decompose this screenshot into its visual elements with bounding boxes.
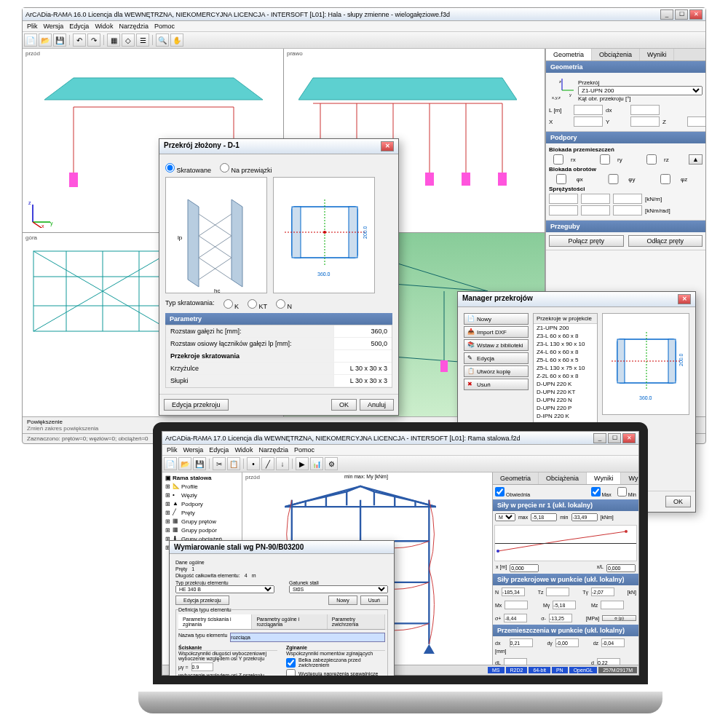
section-cancel-button[interactable]: Anuluj: [360, 399, 394, 411]
fg-max-button[interactable]: ☐: [608, 433, 621, 443]
force-select[interactable]: M: [495, 513, 515, 521]
mgr-ok-button[interactable]: OK: [665, 496, 691, 507]
tree-item[interactable]: ⊞•Węzły: [164, 491, 240, 499]
dx-input[interactable]: [630, 105, 660, 115]
nazwa-input[interactable]: [230, 633, 385, 642]
slupki-value[interactable]: L 30 x 30 x 3: [333, 375, 392, 387]
fg-tb-calc-icon[interactable]: ▶: [296, 457, 309, 470]
tree-item[interactable]: ⊞▦Grupy prętów: [164, 517, 240, 526]
ry-cb[interactable]: [596, 154, 614, 165]
steel-tab-zwich[interactable]: Parametry zwichrzenia: [328, 614, 385, 629]
fx-cb[interactable]: [549, 174, 574, 184]
Z-input[interactable]: [687, 116, 705, 127]
max-cb[interactable]: Max: [591, 487, 612, 497]
fg-menu-plik[interactable]: Plik: [167, 446, 178, 454]
tb-snap-icon[interactable]: ◇: [122, 33, 135, 47]
steel-tab-sciska[interactable]: Parametry ściskania i zginania: [178, 614, 252, 629]
tb-layers-icon[interactable]: ☰: [136, 33, 149, 47]
k1[interactable]: [549, 194, 578, 204]
maximize-button[interactable]: ☐: [675, 9, 688, 20]
mgr-lib-button[interactable]: 📚Wstaw z biblioteki: [464, 339, 529, 351]
fg-tb-report-icon[interactable]: 📊: [310, 457, 323, 470]
fg-tb-open-icon[interactable]: 📂: [178, 457, 191, 470]
krzyz-value[interactable]: L 30 x 30 x 3: [333, 363, 392, 374]
mgr-list-item[interactable]: Z3-L 130 x 90 x 10: [534, 340, 597, 348]
tree-item[interactable]: ⊞▦Grupy podpór: [164, 526, 240, 534]
tb-pan-icon[interactable]: ✋: [170, 33, 183, 47]
tree-item[interactable]: ⊞╱Pręty: [164, 508, 240, 517]
steel-usun-button[interactable]: Usuń: [360, 596, 388, 605]
typ-K[interactable]: K: [223, 299, 240, 310]
tab-obciazenia[interactable]: Obciążenia: [592, 49, 640, 60]
fg-menu-narzedzia[interactable]: Narzędzia: [258, 446, 288, 454]
tb-new-icon[interactable]: 📄: [24, 33, 37, 47]
X-input[interactable]: [574, 116, 603, 127]
mgr-list-item[interactable]: Z5-L 130 x 75 x 10: [534, 364, 597, 372]
close-button[interactable]: ✕: [689, 9, 703, 20]
menu-wersja[interactable]: Wersja: [44, 23, 64, 30]
k5[interactable]: [581, 205, 610, 215]
fg-tb-settings-icon[interactable]: ⚙: [325, 457, 338, 470]
opt-skratowane[interactable]: Skratowane: [165, 163, 211, 174]
menu-narzedzia[interactable]: Narzędzia: [119, 23, 149, 30]
tb-grid-icon[interactable]: ▦: [107, 33, 120, 47]
przekroj-select[interactable]: Z1-UPN 200: [578, 86, 703, 95]
L-input[interactable]: [574, 105, 603, 115]
fg-menu-pomoc[interactable]: Pomoc: [294, 446, 314, 454]
tab-geometria[interactable]: Geometria: [546, 49, 592, 60]
menu-edycja[interactable]: Edycja: [69, 23, 89, 30]
menu-pomoc[interactable]: Pomoc: [154, 23, 175, 30]
steel-nowy-button[interactable]: Nowy: [328, 596, 357, 605]
tb-zoom-icon[interactable]: 🔍: [156, 33, 169, 47]
mgr-list-item[interactable]: D-UPN 220 K: [534, 380, 597, 388]
fg-tb-copy-icon[interactable]: 📋: [227, 457, 240, 470]
steel-edit-button[interactable]: Edycja przekroju: [175, 596, 229, 605]
fg-tb-new-icon[interactable]: 📄: [164, 457, 177, 470]
fg-min-button[interactable]: _: [593, 433, 606, 443]
fy-cb[interactable]: [601, 174, 626, 184]
rz-cb[interactable]: [642, 154, 661, 165]
section-ok-button[interactable]: OK: [331, 399, 357, 411]
mu-z-input[interactable]: [191, 679, 213, 684]
fg-tb-load-icon[interactable]: ↓: [276, 457, 289, 470]
mgr-delete-button[interactable]: Usuń: [464, 379, 529, 390]
tb-save-icon[interactable]: 💾: [53, 33, 66, 47]
mgr-list-item[interactable]: Z3-L 60 x 60 x 8: [534, 332, 597, 340]
mgr-list-item[interactable]: D-UPN 220 N: [534, 396, 597, 404]
mgr-import-button[interactable]: Import DXF: [464, 326, 529, 338]
Y-input[interactable]: [630, 116, 660, 127]
tree-item[interactable]: ⊞📐Profile: [164, 482, 240, 491]
mgr-list-item[interactable]: Z5-L 60 x 60 x 5: [534, 356, 597, 364]
hc-value[interactable]: 360,0: [333, 325, 392, 337]
min-input[interactable]: [571, 513, 598, 521]
typ-KT[interactable]: KT: [248, 299, 267, 310]
mgr-nowy-button[interactable]: Nowy: [464, 313, 529, 325]
k4[interactable]: [549, 205, 578, 215]
xL-input[interactable]: [606, 564, 636, 572]
fg-menu-edycja[interactable]: Edycja: [209, 446, 229, 454]
edit-section-button[interactable]: Edycja przekroju: [164, 399, 229, 411]
fg-tb-node-icon[interactable]: •: [247, 457, 260, 470]
tb-undo-icon[interactable]: ↶: [73, 33, 86, 47]
mgr-list-item[interactable]: Z-2L 60 x 60 x 8: [534, 372, 597, 380]
menu-plik[interactable]: Plik: [27, 23, 38, 30]
fg-tab-wym[interactable]: Wymiarowanie: [621, 472, 638, 484]
fg-tab-obc[interactable]: Obciążenia: [539, 472, 587, 484]
mgr-list-item[interactable]: Z4-L 60 x 60 x 8: [534, 348, 597, 356]
menu-widok[interactable]: Widok: [95, 23, 113, 30]
gat-select[interactable]: St0S: [289, 585, 388, 593]
typ-N[interactable]: N: [276, 299, 292, 310]
mgr-copy-button[interactable]: Utwórz kopię: [464, 365, 529, 377]
fg-tab-wyn[interactable]: Wyniki: [587, 472, 621, 484]
min-cb[interactable]: Min: [617, 487, 636, 497]
mgr-close-icon[interactable]: ✕: [678, 294, 691, 304]
tb-redo-icon[interactable]: ↷: [87, 33, 100, 47]
polacz-button[interactable]: Połącz pręty: [549, 235, 624, 247]
wystep-cb[interactable]: Występują naprężenia spawalnicze: [286, 669, 385, 678]
odlacz-button[interactable]: Odłącz pręty: [628, 235, 703, 247]
fg-menu-wersja[interactable]: Wersja: [183, 446, 204, 454]
mgr-list-item[interactable]: D-IPN 220 K: [534, 412, 597, 420]
tab-wyniki[interactable]: Wyniki: [640, 49, 674, 60]
mgr-list-item[interactable]: D-UPN 220 KT: [534, 388, 597, 396]
lp-value[interactable]: 500,0: [333, 338, 392, 349]
